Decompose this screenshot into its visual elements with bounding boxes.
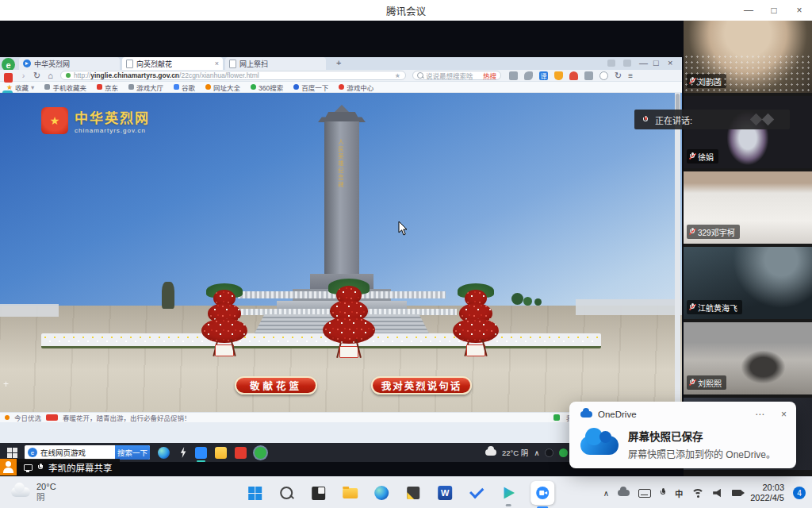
taskbar-clock[interactable]: 20:03 2022/4/5	[750, 483, 784, 503]
browser-toolbar: ‹ › ↻ ⌂ http://yinglie.chinamartyrs.gov.…	[0, 70, 682, 82]
toast-app-name: OneDrive	[598, 410, 738, 419]
tab-flower-active[interactable]: 向英烈献花 ×	[122, 57, 223, 70]
tencent-meeting-icon[interactable]	[530, 481, 554, 505]
tab-close-icon[interactable]: ×	[215, 60, 219, 67]
close-button[interactable]: ×	[787, 0, 812, 21]
remote-edge-icon[interactable]	[158, 447, 170, 459]
remote-lightning-icon[interactable]	[179, 447, 187, 458]
remote-weather-label[interactable]: 22°C 阴	[502, 447, 528, 458]
bookmark-baidu[interactable]: 百度一下	[293, 83, 328, 92]
speak-to-martyrs-button[interactable]: 我对英烈说句话	[371, 376, 472, 394]
bookmark-star-icon[interactable]: ★	[395, 72, 400, 79]
bookmark-jd[interactable]: 京东	[97, 83, 118, 92]
speed-mode-icon[interactable]	[66, 73, 71, 78]
start-button[interactable]	[245, 483, 264, 502]
site-logo[interactable]: ★ 中华英烈网 chinamartyrs.gov.cn	[41, 107, 150, 134]
participant-chip: 徐娟	[687, 149, 718, 164]
screenshot-icon[interactable]	[509, 71, 518, 80]
remote-tray-dark-icon[interactable]	[545, 448, 553, 457]
tray-chevron-icon[interactable]: ∧	[603, 489, 609, 498]
volume-icon[interactable]	[713, 489, 723, 498]
page-scrollbar[interactable]	[675, 93, 680, 412]
new-tab-button[interactable]: +	[336, 58, 341, 67]
bookmark-game-hall[interactable]: 游戏大厅	[128, 83, 163, 92]
bookmark-site-directory[interactable]: 网址大全	[205, 83, 240, 92]
address-bar[interactable]: http://yinglie.chinamartyrs.gov.cn/22cgn…	[60, 71, 406, 80]
browser-minimize-button[interactable]: —	[639, 58, 648, 67]
sharer-avatar-icon[interactable]	[0, 459, 17, 475]
participant-video[interactable]: 刘熙熙	[684, 322, 812, 394]
present-flower-button[interactable]: 敬献花篮	[235, 376, 317, 394]
tab-online-memorial[interactable]: 网上祭扫	[225, 57, 326, 70]
browser-close-button[interactable]: ×	[668, 58, 672, 67]
participant-video[interactable]: 329邓宇柯	[684, 171, 812, 244]
task-view-button[interactable]	[308, 483, 327, 502]
hot-search-label[interactable]: 热搜	[483, 71, 496, 80]
refresh-button[interactable]: ↻	[30, 71, 44, 81]
tray-cloud-icon[interactable]	[618, 490, 630, 496]
download-tray-icon[interactable]	[607, 60, 615, 67]
notes-app-icon[interactable]	[404, 483, 423, 502]
clip-icon[interactable]	[524, 71, 533, 80]
bookmark-google[interactable]: 谷歌	[174, 83, 195, 92]
tab-martyrs-home[interactable]: 中华英烈网	[19, 57, 120, 70]
browser-maximize-button[interactable]: □	[653, 58, 659, 67]
history-icon[interactable]: ↻	[615, 71, 622, 81]
shield-icon[interactable]	[554, 71, 563, 80]
remote-search-button[interactable]: 搜索一下	[115, 445, 150, 460]
participant-video[interactable]: 刘韵菡	[684, 21, 812, 93]
remote-chevron-icon[interactable]: ∧	[534, 448, 539, 457]
word-icon[interactable]: W	[435, 483, 454, 502]
remote-green-app-icon[interactable]	[255, 447, 266, 459]
speed-mode-ribbon[interactable]	[4, 73, 13, 83]
toast-more-button[interactable]: ⋯	[755, 409, 764, 420]
bookmark-phone-favs[interactable]: 手机收藏夹	[44, 83, 86, 92]
maximize-button[interactable]: □	[761, 0, 787, 21]
remote-search-box[interactable]: e 在线网页游戏 搜索一下	[25, 445, 150, 460]
forward-button[interactable]: ›	[17, 71, 30, 80]
minimize-button[interactable]: —	[736, 0, 761, 21]
tab-favicon	[23, 60, 31, 67]
participant-video[interactable]: 江航黄海飞	[684, 247, 812, 319]
page-icon	[229, 60, 236, 68]
onedrive-toast[interactable]: OneDrive ⋯ × 屏幕快照已保存 屏幕快照已添加到你的 OneDrive…	[569, 402, 796, 468]
remote-tray-green-icon[interactable]	[559, 448, 568, 457]
login-avatar-icon[interactable]	[599, 71, 608, 80]
remote-meeting-icon[interactable]	[195, 447, 207, 459]
file-explorer-icon[interactable]	[340, 483, 359, 502]
wifi-icon[interactable]	[691, 489, 704, 498]
bookmark-game-center[interactable]: 游戏中心	[339, 83, 373, 92]
home-button[interactable]: ⌂	[44, 71, 57, 80]
edge-icon[interactable]	[372, 483, 391, 502]
remote-red-app-icon[interactable]	[235, 447, 247, 459]
toolbar-search-box[interactable]: 说说最想搜索啥 热搜	[412, 71, 501, 80]
touch-keyboard-icon[interactable]	[638, 489, 651, 498]
taskbar-weather-widget[interactable]: 20°C 阴	[11, 482, 56, 502]
globe-icon	[205, 84, 211, 90]
trees	[511, 293, 523, 305]
taskbar-search-button[interactable]	[277, 483, 296, 502]
my-video-icon	[553, 414, 560, 421]
phone-icon	[44, 84, 50, 90]
promo-horn-icon[interactable]	[569, 71, 578, 80]
menu-icon[interactable]: ≡	[628, 71, 633, 80]
basket-sign	[466, 344, 485, 356]
check-app-icon[interactable]	[467, 483, 486, 502]
promo-badge	[46, 414, 58, 421]
tray-mic-icon[interactable]	[660, 488, 666, 498]
ime-indicator[interactable]: 中	[675, 487, 683, 499]
apps-grid-icon[interactable]	[584, 71, 593, 80]
remote-start-icon[interactable]	[7, 448, 17, 458]
translate-icon[interactable]: 译	[539, 71, 548, 80]
remote-folder-icon[interactable]	[215, 447, 227, 459]
daily-pick-label[interactable]: 今日优选	[14, 413, 41, 422]
url-scheme: http://	[74, 71, 90, 79]
bookmark-360-search[interactable]: 360搜索	[251, 83, 283, 92]
camera-icon[interactable]	[732, 490, 741, 496]
tencent-video-icon[interactable]	[499, 483, 518, 502]
participant-video[interactable]: 徐娟	[684, 96, 812, 168]
notification-badge[interactable]: 4	[793, 487, 806, 499]
split-screen-icon[interactable]	[623, 60, 631, 67]
toast-close-button[interactable]: ×	[781, 409, 787, 420]
promo-marquee[interactable]: 春暖花开，踏青出游，出行必备好品促销！	[63, 413, 191, 422]
